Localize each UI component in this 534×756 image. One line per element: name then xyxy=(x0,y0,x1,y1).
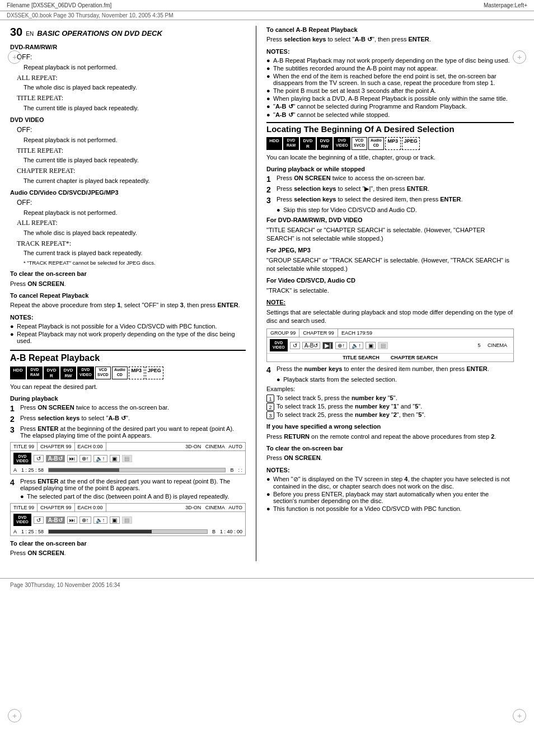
badge-audio-cd: AudioCD xyxy=(112,367,128,379)
loc-dvd-video-badge: DVDVIDEO xyxy=(270,339,288,351)
locating-heading: Locating The Beginning Of A Desired Sele… xyxy=(266,122,514,134)
right-note-4: ● The point B must be set at least 3 sec… xyxy=(266,87,514,94)
right-note-1: ● A-B Repeat Playback may not work prope… xyxy=(266,57,514,64)
page-outer: Filename [DX5SEK_06DVD Operation.fm] Mas… xyxy=(0,0,534,756)
wrong-selection-section: If you have specified a wrong selection … xyxy=(266,422,514,441)
all-repeat-label-2: ALL REPEAT: xyxy=(17,218,246,228)
right-note-3: ● When the end of the item is reached be… xyxy=(266,73,514,86)
notes2-item-1: ● When "⊘" is displayed on the TV screen… xyxy=(266,476,514,490)
locating-intro: You can locate the beginning of a title,… xyxy=(266,153,514,162)
for-vcd-heading: For Video CD/SVCD, Audio CD xyxy=(266,276,514,285)
loc-icon-audio: 🔈↑ xyxy=(349,342,363,349)
icon-repeat-2: ↺ xyxy=(34,516,44,524)
screen-header-1: TITLE 99 CHAPTER 99 EACH 0:00 3D-ON CINE… xyxy=(11,443,245,451)
all-repeat-label-1: ALL REPEAT: xyxy=(17,73,246,83)
to-cancel-repeat-heading: To cancel Repeat Playback xyxy=(10,292,88,299)
screen1-each: EACH 0:00 xyxy=(75,443,106,450)
track-repeat-desc: The current track is played back repeate… xyxy=(24,249,246,257)
timeline-fill-2 xyxy=(49,530,152,533)
point-b-2: B xyxy=(212,529,216,534)
loc-badge-dvd-rw: DVDRW xyxy=(317,137,332,150)
subline-label: DX5SEK_00.book Page 30 Thursday, Novembe… xyxy=(7,12,174,18)
off-label-1: OFF: xyxy=(17,53,246,62)
loc-badge-mp3: MP3 xyxy=(385,137,401,150)
examples-label: Examples: xyxy=(266,385,514,393)
loc-badge-hdd: HDD xyxy=(266,137,282,150)
for-vcd-text: "TRACK" is selectable. xyxy=(266,287,514,295)
icon-sub-1: ▣ xyxy=(110,455,120,462)
notes2-label: NOTES: xyxy=(266,466,514,475)
off-desc-1: Repeat playback is not performed. xyxy=(24,63,246,72)
loc-to-clear-heading: To clear the on-screen bar xyxy=(266,445,343,452)
icon-theta-1: ⊕↑ xyxy=(79,455,91,462)
ab-to-clear: To clear the on-screen bar Press ON SCRE… xyxy=(10,539,246,558)
loc-screen-header: GROUP 99 CHAPTER 99 EACH 179:59 xyxy=(267,329,513,337)
time-b-2: 1 : 40 : 00 xyxy=(220,529,242,534)
dvd-video-icon-1: DVDVIDEO xyxy=(13,453,31,464)
ab-step4-bullet: ● The selected part of the disc (between… xyxy=(20,493,246,500)
main-content: 30 EN BASIC OPERATIONS ON DVD DECK DVD-R… xyxy=(0,20,534,567)
notes2-text-3: This function is not possible for a Vide… xyxy=(273,505,462,512)
icon-ab-1: A-B↺ xyxy=(46,455,65,462)
loc-step4-bullet: ● Playback starts from the selected sect… xyxy=(277,376,514,383)
header-sub: DX5SEK_00.book Page 30 Thursday, Novembe… xyxy=(0,11,534,20)
loc-to-clear-text: Press ON SCREEN. xyxy=(266,454,514,462)
notes2-section: NOTES: ● When "⊘" is displayed on the TV… xyxy=(266,466,514,512)
notes-label: NOTES: xyxy=(10,313,246,322)
loc-badge-audio-cd: AudioCD xyxy=(368,137,384,150)
ab-step-3: 3 Press ENTER at the beginning of the de… xyxy=(10,425,246,439)
to-clear-section: To clear the on-screen bar Press ON SCRE… xyxy=(10,270,246,288)
timeline-bar-2 xyxy=(48,529,208,534)
for-dvd-ram-heading: For DVD-RAM/RW/R, DVD VIDEO xyxy=(266,216,514,224)
loc-icon-theta: ⊕↑ xyxy=(335,342,347,349)
corner-mark-bl xyxy=(8,709,21,722)
filename-label: Filename [DX5SEK_06DVD Operation.fm] xyxy=(7,2,111,8)
right-note-6: ● "A-B ↺" cannot be selected during Prog… xyxy=(266,103,514,110)
masterpage-label: Masterpage:Left+ xyxy=(484,2,527,8)
right-note-text-5: When playing back a DVD, A-B Repeat Play… xyxy=(273,95,508,102)
wrong-selection-heading: If you have specified a wrong selection xyxy=(266,423,381,430)
loc-chapter-search: CHAPTER SEARCH xyxy=(391,355,438,360)
loc-icon-repeat: ↺ xyxy=(290,342,300,349)
point-a-1: A xyxy=(13,467,17,473)
note-text: Settings that are selectable during play… xyxy=(266,308,514,326)
loc-icon-sub: ▣ xyxy=(366,342,376,349)
to-cancel-ab-section: To cancel A-B Repeat Playback Press sele… xyxy=(266,26,514,44)
off-desc-3: Repeat playback is not performed. xyxy=(24,209,246,217)
time-a-2: 1 : 25 : 58 xyxy=(21,529,44,534)
loc-screen-each: EACH 179:59 xyxy=(338,329,376,337)
ab-intro: You can repeat the desired part. xyxy=(10,383,246,391)
point-a-2: A xyxy=(13,529,17,534)
ab-step-2: 2 Press selection keys to select "A-B ↺"… xyxy=(10,415,246,424)
loc-icon-aspect: ▤ xyxy=(378,342,388,349)
screen-box-1: TITLE 99 CHAPTER 99 EACH 0:00 3D-ON CINE… xyxy=(10,442,246,475)
ab-disc-badges: HDD DVDRAM DVDR DVDRW DVDVIDEO VCDSVCD A… xyxy=(10,367,246,379)
loc-step-3: 3 Press selection keys to select the des… xyxy=(266,196,514,205)
note-item-1: ● Repeat Playback is not possible for a … xyxy=(10,323,246,330)
note-text-2: Repeat Playback may not work properly de… xyxy=(17,331,246,344)
title-repeat-desc-2: The current title is played back repeate… xyxy=(24,156,246,165)
example-2: 2 To select track 15, press the number k… xyxy=(266,403,514,411)
icon-skip-1: ⏭ xyxy=(67,455,77,462)
screen-icons-row-1: DVDVIDEO ↺ A-B↺ ⏭ ⊕↑ 🔈↑ ▣ ▤ xyxy=(11,451,245,466)
badge-dvd-r: DVDR xyxy=(44,367,59,379)
for-dvd-ram-text: "TITLE SEARCH" or "CHAPTER SEARCH" is se… xyxy=(266,226,514,243)
title-repeat-desc-1: The current title is played back repeate… xyxy=(24,104,246,112)
right-note-2: ● The subtitles recorded around the A-B … xyxy=(266,65,514,72)
icon-ab-2: A-B↺ xyxy=(46,516,65,524)
to-clear-text: Press ON SCREEN. xyxy=(10,280,246,288)
right-notes-section: NOTES: ● A-B Repeat Playback may not wor… xyxy=(266,48,514,119)
locating-note-section: NOTE: Settings that are selectable durin… xyxy=(266,298,514,325)
icon-audio-2: 🔈↑ xyxy=(93,516,107,524)
notes2-item-3: ● This function is not possible for a Vi… xyxy=(266,505,514,512)
for-jpeg-section: For JPEG, MP3 "GROUP SEARCH" or "TRACK S… xyxy=(266,246,514,273)
during-heading: During playback or while stopped xyxy=(266,165,514,173)
point-b-1: B xyxy=(230,467,233,473)
notes2-text-2: Before you press ENTER, playback may sta… xyxy=(273,491,514,504)
left-column: 30 EN BASIC OPERATIONS ON DVD DECK DVD-R… xyxy=(10,26,256,561)
badge-jpeg: JPEG xyxy=(146,367,163,379)
loc-screen-icons: DVDVIDEO ↺ A-B↺ ▶| ⊕↑ 🔈↑ ▣ ▤ 5 CINEMA xyxy=(267,337,513,353)
timeline-row-1: A 1 : 25 : 58 B : : xyxy=(11,466,245,474)
loc-icon-ab: A-B↺ xyxy=(302,342,321,349)
loc-to-clear: To clear the on-screen bar Press ON SCRE… xyxy=(266,444,514,463)
